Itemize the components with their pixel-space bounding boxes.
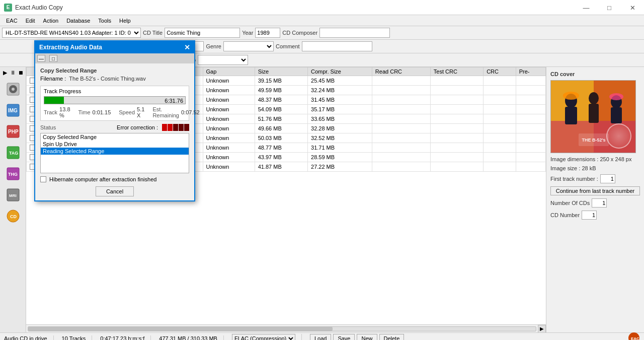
image-size-row: Image size : 28 kB xyxy=(550,165,640,171)
stop-button[interactable]: ⏹ xyxy=(18,69,25,76)
row-gap: Unknown xyxy=(203,86,255,95)
col-gap: Gap xyxy=(203,67,255,76)
row-compr-size: 35.17 MB xyxy=(308,105,372,114)
row-size: 48.37 MB xyxy=(255,95,307,105)
h-scrollbar[interactable]: ▶ xyxy=(26,324,546,332)
svg-text:THE B-52's: THE B-52's xyxy=(582,138,605,143)
row-gap: Unknown xyxy=(203,153,255,162)
log-item[interactable]: Spin Up Drive xyxy=(41,141,189,148)
cancel-btn-row: Cancel xyxy=(40,186,189,196)
comment-input[interactable] xyxy=(302,41,372,51)
filename-label: Filename : xyxy=(40,76,66,82)
row-compr-size: 31.45 MB xyxy=(308,95,372,105)
menu-edit[interactable]: Edit xyxy=(22,17,39,25)
hibernate-row: Hibernate computer after extraction fini… xyxy=(40,176,189,182)
image-dimensions-label: Image dimensions : xyxy=(550,156,598,162)
row-test-crc xyxy=(430,124,483,133)
sidebar-icon-3[interactable]: PHP xyxy=(3,121,23,142)
row-gap: Unknown xyxy=(203,133,255,143)
time-stat-value: 0:01.15 xyxy=(93,109,111,115)
modal-maximize-button[interactable]: □ xyxy=(49,55,57,62)
track-stat: Track 13.8 % xyxy=(44,106,70,118)
row-crc xyxy=(484,124,516,133)
log-item[interactable]: Reading Selected Range xyxy=(41,148,189,155)
row-compr-size: 28.59 MB xyxy=(308,153,372,162)
row-size: 48.77 MB xyxy=(255,143,307,153)
cd-title-label: CD Title xyxy=(143,30,163,36)
modal-controls-bar: — □ xyxy=(35,53,194,63)
close-button[interactable]: ✕ xyxy=(621,0,644,15)
scroll-right-btn[interactable]: ▶ xyxy=(538,325,546,333)
row-read-crc xyxy=(372,162,430,172)
continue-from-last-track-button[interactable]: Continue from last track number xyxy=(550,186,640,195)
est-remaining-label: Est. Remaining xyxy=(152,106,179,118)
load-button[interactable]: Load xyxy=(310,334,331,341)
progress-time: 6:31.76 xyxy=(165,97,183,105)
svg-point-20 xyxy=(589,92,599,104)
cancel-button[interactable]: Cancel xyxy=(96,186,134,196)
cd-composer-input[interactable] xyxy=(319,28,390,38)
play-button[interactable]: ▶ xyxy=(2,69,9,76)
row-crc xyxy=(484,162,516,172)
sidebar-icon-5[interactable]: THG xyxy=(3,164,23,184)
menu-eac[interactable]: EAC xyxy=(2,17,22,25)
freedb-select[interactable] xyxy=(198,55,248,65)
row-size: 51.76 MB xyxy=(255,114,307,124)
delete-button[interactable]: Delete xyxy=(379,334,405,341)
col-read-crc: Read CRC xyxy=(372,67,430,76)
svg-rect-21 xyxy=(589,104,599,123)
col-test-crc: Test CRC xyxy=(430,67,483,76)
sidebar-icon-6[interactable]: MRI xyxy=(3,185,23,205)
row-crc xyxy=(484,143,516,153)
err-block-2 xyxy=(168,124,173,131)
year-input[interactable] xyxy=(255,28,280,38)
menu-help[interactable]: Help xyxy=(115,17,135,25)
save-button[interactable]: Save xyxy=(333,334,355,341)
format-select[interactable]: FLAC (Compression) xyxy=(232,334,295,341)
minimize-button[interactable]: — xyxy=(575,0,598,15)
sidebar-icon-2[interactable]: IMG xyxy=(3,100,23,120)
row-pre xyxy=(516,162,545,172)
row-pre xyxy=(516,153,545,162)
menu-database[interactable]: Database xyxy=(62,17,94,25)
row-read-crc xyxy=(372,105,430,114)
row-pre xyxy=(516,86,545,95)
menu-tools[interactable]: Tools xyxy=(94,17,115,25)
menu-action[interactable]: Action xyxy=(39,17,63,25)
maximize-button[interactable]: □ xyxy=(598,0,621,15)
sidebar-icon-4[interactable]: TAG xyxy=(3,143,23,163)
drive-select[interactable]: HL-DT-STBD-RE WH14NS40 1.03 Adapter: 1 I… xyxy=(2,28,141,38)
row-read-crc xyxy=(372,86,430,95)
row-gap: Unknown xyxy=(203,143,255,153)
cd-title-input[interactable] xyxy=(165,28,240,38)
hibernate-checkbox[interactable] xyxy=(40,176,46,182)
image-dimensions-row: Image dimensions : 250 x 248 px xyxy=(550,156,640,162)
row-compr-size: 27.22 MB xyxy=(308,162,372,172)
modal-close-button[interactable]: ✕ xyxy=(182,42,192,52)
svg-text:IMG: IMG xyxy=(8,108,18,113)
cd-number-input[interactable] xyxy=(582,211,597,220)
first-track-input[interactable] xyxy=(600,174,615,183)
row-read-crc xyxy=(372,95,430,105)
cd-number-label: CD Number xyxy=(550,212,580,218)
image-dimensions-value: 250 x 248 px xyxy=(600,156,631,162)
genre-select[interactable] xyxy=(223,41,274,51)
row-size: 49.66 MB xyxy=(255,124,307,133)
track-stat-value: 13.8 % xyxy=(59,106,70,118)
sidebar-icon-7[interactable]: CD xyxy=(3,206,23,226)
row-compr-size: 32.24 MB xyxy=(308,86,372,95)
row-test-crc xyxy=(430,76,483,86)
log-item[interactable]: Copy Selected Range xyxy=(41,133,189,141)
toolbar-row-1: HL-DT-STBD-RE WH14NS40 1.03 Adapter: 1 I… xyxy=(0,26,644,40)
sidebar-icon-1[interactable] xyxy=(3,79,23,99)
modal-minimize-button[interactable]: — xyxy=(37,55,45,62)
extracting-audio-dialog: Extracting Audio Data ✕ — □ Copy Selecte… xyxy=(34,40,195,201)
app-icon: E xyxy=(4,4,12,12)
new-button[interactable]: New xyxy=(357,334,377,341)
pause-button[interactable]: ⏸ xyxy=(10,69,17,76)
svg-text:EAC: EAC xyxy=(631,336,639,341)
svg-point-2 xyxy=(12,88,15,91)
num-cds-input[interactable] xyxy=(592,198,607,208)
row-gap: Unknown xyxy=(203,76,255,86)
row-compr-size: 33.65 MB xyxy=(308,114,372,124)
